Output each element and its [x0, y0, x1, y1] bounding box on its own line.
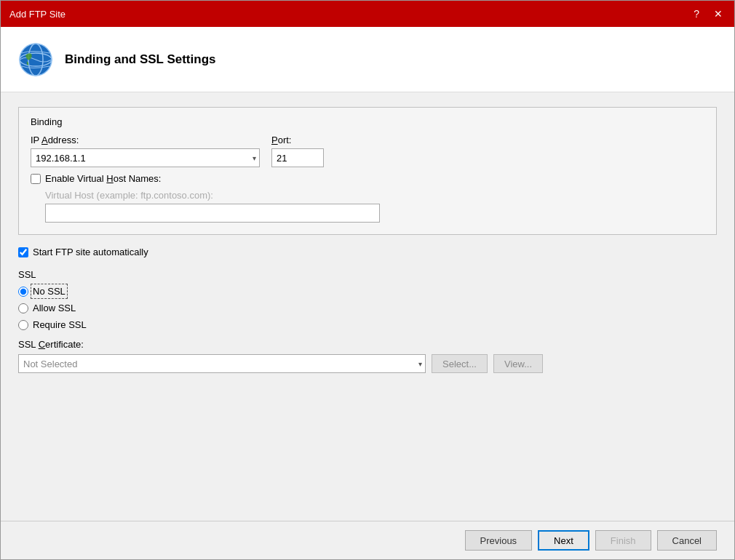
content-area: Binding IP Address: 192.168.1.1 ▾ — [1, 92, 734, 521]
port-field-group: Port: — [271, 135, 324, 167]
enable-virtual-host-checkbox[interactable] — [31, 174, 41, 184]
footer: Previous Next Finish Cancel — [1, 521, 734, 559]
require-ssl-row: Require SSL — [18, 319, 717, 330]
ssl-select-button[interactable]: Select... — [432, 354, 488, 373]
cancel-button[interactable]: Cancel — [657, 530, 717, 551]
allow-ssl-label[interactable]: Allow SSL — [33, 303, 76, 313]
ssl-cert-row: SSL Certificate: Not Selected ▾ Select..… — [18, 339, 717, 373]
next-button[interactable]: Next — [538, 530, 589, 551]
ssl-section-label: SSL — [18, 269, 717, 280]
page-title: Binding and SSL Settings — [65, 52, 215, 67]
no-ssl-label[interactable]: No SSL — [33, 286, 65, 297]
window-title: Add FTP Site — [9, 9, 65, 20]
virtual-host-input[interactable] — [45, 204, 380, 223]
close-button[interactable]: ✕ — [711, 9, 726, 19]
port-label: Port: — [271, 135, 324, 145]
ip-port-row: IP Address: 192.168.1.1 ▾ Port: — [31, 135, 704, 167]
ip-label: IP Address: — [31, 135, 260, 145]
ssl-cert-select[interactable]: Not Selected — [19, 357, 416, 371]
globe-icon — [18, 42, 53, 77]
window: Add FTP Site ? ✕ Binding and SSL Setting… — [0, 0, 735, 560]
allow-ssl-radio[interactable] — [18, 303, 28, 313]
virtual-host-placeholder-label: Virtual Host (example: ftp.contoso.com): — [45, 190, 704, 201]
ssl-cert-label: SSL Certificate: — [18, 339, 717, 350]
ssl-cert-controls: Not Selected ▾ Select... View... — [18, 354, 717, 373]
help-button[interactable]: ? — [691, 9, 702, 19]
require-ssl-radio[interactable] — [18, 320, 28, 330]
finish-button[interactable]: Finish — [595, 530, 651, 551]
binding-group: Binding IP Address: 192.168.1.1 ▾ — [18, 107, 717, 235]
ip-field-group: IP Address: 192.168.1.1 ▾ — [31, 135, 260, 167]
virtual-host-checkbox-row: Enable Virtual Host Names: — [31, 173, 704, 184]
titlebar: Add FTP Site ? ✕ — [1, 1, 734, 27]
binding-group-label: Binding — [31, 116, 704, 127]
ip-address-select[interactable]: 192.168.1.1 — [31, 151, 250, 165]
enable-virtual-host-label[interactable]: Enable Virtual Host Names: — [45, 173, 161, 184]
port-input[interactable] — [271, 148, 324, 167]
ip-select-wrapper: 192.168.1.1 ▾ — [31, 148, 260, 167]
header-section: Binding and SSL Settings — [1, 27, 734, 92]
auto-start-row: Start FTP site automatically — [18, 247, 717, 257]
no-ssl-radio[interactable] — [18, 287, 28, 297]
auto-start-checkbox[interactable] — [18, 247, 28, 257]
ssl-cert-select-wrapper: Not Selected ▾ — [18, 354, 426, 373]
ssl-cert-dropdown-arrow-icon: ▾ — [416, 360, 425, 368]
no-ssl-row: No SSL — [18, 286, 717, 297]
previous-button[interactable]: Previous — [465, 530, 533, 551]
ip-dropdown-arrow-icon: ▾ — [250, 154, 259, 162]
titlebar-buttons: ? ✕ — [691, 9, 726, 19]
auto-start-label[interactable]: Start FTP site automatically — [33, 247, 148, 257]
require-ssl-label[interactable]: Require SSL — [33, 319, 87, 330]
ssl-view-button[interactable]: View... — [493, 354, 543, 373]
allow-ssl-row: Allow SSL — [18, 303, 717, 313]
